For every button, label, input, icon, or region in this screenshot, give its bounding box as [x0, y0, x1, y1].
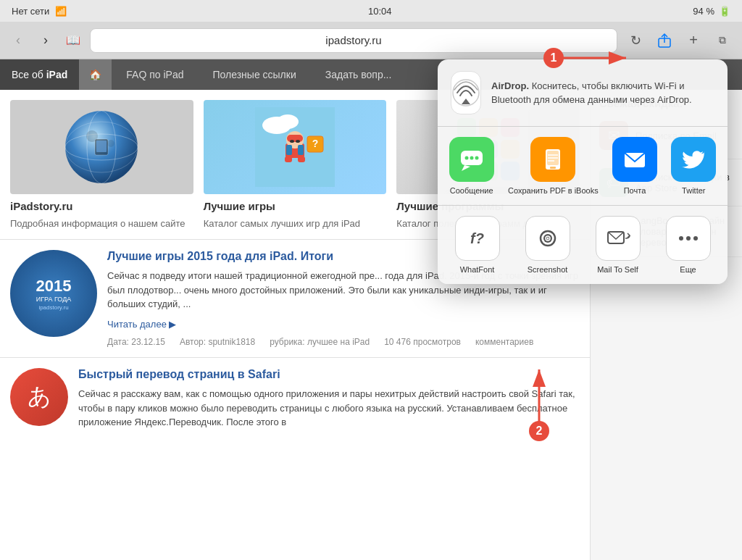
action-item-mailtoself[interactable]: Mail To Self: [596, 216, 641, 274]
nav-brand-text: Все об iPad: [12, 69, 67, 80]
forward-button[interactable]: ›: [35, 30, 57, 51]
share-item-mail[interactable]: Почта: [612, 137, 657, 195]
badge-sub: ipadstory.ru: [38, 304, 68, 311]
svg-rect-21: [298, 156, 305, 162]
card-desc-2: Каталог самых лучших игр для iPad: [204, 218, 387, 229]
twitter-label: Twitter: [682, 186, 705, 195]
card-title-1: iPadstory.ru: [10, 200, 193, 212]
nav-tab-links[interactable]: Полезные ссылки: [198, 59, 310, 90]
action-item-more[interactable]: Еще: [666, 216, 711, 274]
svg-rect-15: [287, 135, 303, 142]
whatfont-label: WhatFont: [460, 265, 495, 274]
meta-rubric: рубрика: лучшее на iPad: [270, 337, 370, 347]
status-bar: Нет сети 📶 10:04 94 % 🔋: [0, 0, 742, 22]
status-time: 10:04: [368, 6, 392, 17]
svg-point-12: [277, 114, 299, 129]
meta-views: 10 476 просмотров: [384, 337, 461, 347]
chrome-actions: ↻ + ⧉: [623, 28, 735, 53]
mario-visual: ?: [204, 100, 387, 194]
share-icons-row: Сообщение Сохранить PDF в iBooks: [438, 127, 728, 206]
tabs-button[interactable]: ⧉: [710, 28, 735, 53]
wifi-icon: 📶: [55, 6, 67, 17]
status-right: 94 % 🔋: [693, 6, 730, 17]
svg-rect-9: [96, 141, 107, 152]
mailtoself-icon-box: [596, 216, 641, 261]
svg-rect-18: [286, 145, 292, 155]
svg-point-39: [475, 156, 478, 160]
airdrop-text: AirDrop. Коснитесь, чтобы включить Wi-Fi…: [491, 79, 714, 107]
share-sheet: AirDrop. Коснитесь, чтобы включить Wi-Fi…: [438, 59, 728, 284]
more-icon-box: [666, 216, 711, 261]
svg-point-53: [686, 236, 691, 241]
article2-title[interactable]: Быстрый перевод страниц в Safari: [78, 368, 580, 381]
share-item-twitter[interactable]: Twitter: [671, 137, 716, 195]
share-item-message[interactable]: Сообщение: [449, 137, 494, 195]
nav-tab-faq[interactable]: FAQ по iPad: [112, 59, 198, 90]
screenshot-icon-box: [525, 216, 570, 261]
mailtoself-label: Mail To Self: [597, 265, 638, 274]
reload-button[interactable]: ↻: [623, 28, 648, 53]
card-games: ? Лучшие игры Каталог самых лучших игр д…: [204, 100, 387, 229]
message-icon-box: [449, 137, 494, 182]
svg-point-7: [107, 140, 114, 147]
svg-point-16: [290, 140, 294, 143]
card-ipadstory: iPadstory.ru Подробная информация о наше…: [10, 100, 193, 229]
article2-text: Сейчас я расскажу вам, как с помощью одн…: [78, 387, 580, 430]
article-badge: 2015 ИГРА ГОДА ipadstory.ru: [10, 250, 97, 337]
card-image-globe: [10, 100, 193, 194]
svg-text:?: ?: [312, 138, 319, 149]
svg-point-52: [679, 236, 683, 241]
svg-rect-45: [550, 167, 556, 169]
ibooks-label: Сохранить PDF в iBooks: [508, 186, 599, 195]
airdrop-icon: [451, 71, 481, 114]
airdrop-section[interactable]: AirDrop. Коснитесь, чтобы включить Wi-Fi…: [438, 59, 728, 127]
meta-comments: комментариев: [475, 337, 533, 347]
svg-point-38: [470, 156, 473, 160]
svg-point-54: [693, 236, 698, 241]
mail-icon-box: [612, 137, 657, 182]
action-icons-row: f? WhatFont Screenshot: [438, 206, 728, 284]
article2-badge: あ: [10, 368, 68, 426]
card-image-mario: ?: [204, 100, 387, 194]
action-item-whatfont[interactable]: f? WhatFont: [455, 216, 500, 274]
meta-author: Автор: sputnik1818: [180, 337, 255, 347]
svg-rect-20: [285, 156, 292, 162]
article2-content: Быстрый перевод страниц в Safari Сейчас …: [78, 368, 580, 435]
meta-date: Дата: 23.12.15: [107, 337, 165, 347]
card-desc-1: Подробная информация о нашем сайте: [10, 218, 193, 229]
airdrop-bold: AirDrop.: [491, 80, 529, 91]
read-more-link[interactable]: Читать далее ▶: [107, 319, 177, 330]
url-bar[interactable]: ipadstory.ru: [90, 28, 617, 53]
browser-chrome: ‹ › 📖 ipadstory.ru ↻ + ⧉: [0, 22, 742, 59]
svg-point-17: [296, 140, 300, 143]
svg-rect-19: [298, 145, 304, 155]
signal-text: Нет сети: [12, 6, 49, 17]
badge-year: 2015: [36, 277, 72, 296]
url-text: ipadstory.ru: [325, 34, 381, 46]
article-row-2: あ Быстрый перевод страниц в Safari Сейча…: [0, 358, 590, 446]
more-label: Еще: [680, 265, 696, 274]
article-read-more[interactable]: Читать далее ▶: [107, 317, 580, 332]
message-label: Сообщение: [450, 186, 493, 195]
article-meta-1: Дата: 23.12.15 Автор: sputnik1818 рубрик…: [107, 337, 580, 347]
action-item-screenshot[interactable]: Screenshot: [525, 216, 570, 274]
share-button[interactable]: [652, 28, 677, 53]
badge-label: ИГРА ГОДА: [36, 296, 72, 303]
bookmarks-button[interactable]: 📖: [62, 30, 84, 51]
screenshot-label: Screenshot: [528, 265, 568, 274]
new-tab-button[interactable]: +: [681, 28, 706, 53]
svg-point-50: [546, 238, 549, 240]
status-left: Нет сети 📶: [12, 6, 67, 17]
whatfont-icon-box: f?: [455, 216, 500, 261]
ibooks-icon-box: [530, 137, 575, 182]
svg-marker-36: [462, 165, 470, 171]
nav-tab-home[interactable]: 🏠: [79, 59, 112, 90]
back-button[interactable]: ‹: [7, 30, 29, 51]
share-item-ibooks[interactable]: Сохранить PDF в iBooks: [508, 137, 599, 195]
twitter-icon-box: [671, 137, 716, 182]
battery-text: 94 %: [693, 6, 714, 17]
nav-tab-ask[interactable]: Задать вопр...: [311, 59, 407, 90]
svg-point-37: [464, 156, 468, 160]
nav-brand[interactable]: Все об iPad: [0, 59, 79, 90]
mail-label: Почта: [624, 186, 646, 195]
